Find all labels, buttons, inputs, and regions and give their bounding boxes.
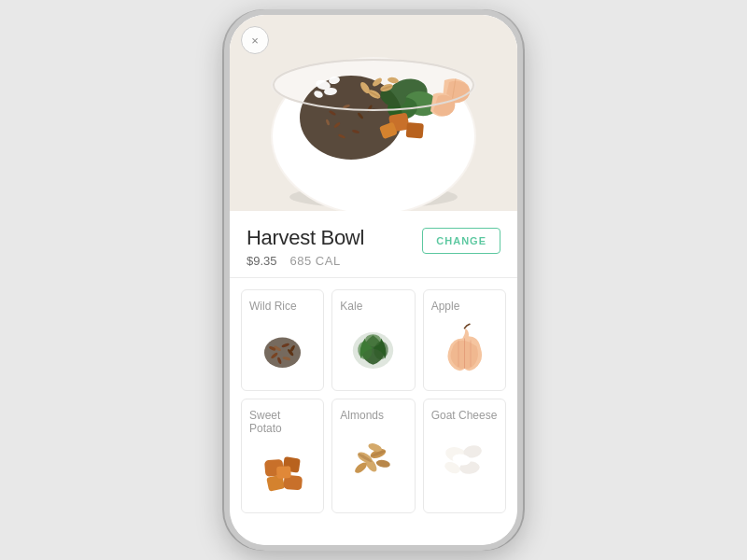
ingredient-name-wild-rice: Wild Rice	[249, 300, 316, 313]
ingredient-card-wild-rice[interactable]: Wild Rice	[241, 289, 324, 391]
ingredient-card-apple[interactable]: Apple	[423, 289, 506, 391]
ingredient-image-apple	[434, 320, 495, 381]
ingredient-image-goat-cheese	[434, 429, 495, 490]
product-name: Harvest Bowl	[247, 226, 364, 250]
ingredients-section: Wild Rice Kale Apple	[230, 278, 517, 525]
phone-frame: × Harvest Bowl $9.35 685 CAL CHANGE Wild…	[224, 9, 523, 551]
product-info: Harvest Bowl $9.35 685 CAL CHANGE	[230, 211, 517, 278]
ingredient-card-sweet-potato[interactable]: Sweet Potato	[241, 399, 324, 513]
close-icon: ×	[251, 34, 259, 48]
svg-point-60	[376, 459, 391, 469]
ingredient-name-sweet-potato: Sweet Potato	[249, 409, 316, 435]
food-image-container: ×	[230, 15, 517, 211]
product-details: Harvest Bowl $9.35 685 CAL	[247, 226, 364, 268]
ingredient-card-goat-cheese[interactable]: Goat Cheese	[423, 399, 506, 513]
ingredient-card-kale[interactable]: Kale	[331, 289, 415, 391]
ingredient-name-goat-cheese: Goat Cheese	[431, 409, 498, 422]
ingredient-name-apple: Apple	[431, 300, 498, 313]
ingredient-name-kale: Kale	[340, 300, 406, 313]
change-button[interactable]: CHANGE	[422, 228, 500, 254]
ingredients-grid: Wild Rice Kale Apple	[241, 289, 506, 513]
ingredient-image-sweet-potato	[252, 442, 313, 503]
product-meta: $9.35 685 CAL	[247, 254, 364, 268]
phone-screen: × Harvest Bowl $9.35 685 CAL CHANGE Wild…	[230, 15, 517, 545]
product-calories: 685 CAL	[290, 254, 341, 268]
ingredient-image-kale	[343, 320, 403, 381]
svg-point-36	[264, 337, 301, 368]
product-price: $9.35	[247, 254, 277, 268]
ingredient-card-almonds[interactable]: Almonds	[331, 399, 415, 513]
screen-content: × Harvest Bowl $9.35 685 CAL CHANGE Wild…	[230, 15, 517, 545]
svg-rect-21	[406, 122, 424, 139]
close-button[interactable]: ×	[241, 26, 269, 54]
ingredient-name-almonds: Almonds	[340, 409, 406, 422]
ingredient-image-almonds	[343, 429, 403, 490]
svg-rect-56	[276, 466, 291, 479]
ingredient-image-wild-rice	[252, 320, 313, 381]
